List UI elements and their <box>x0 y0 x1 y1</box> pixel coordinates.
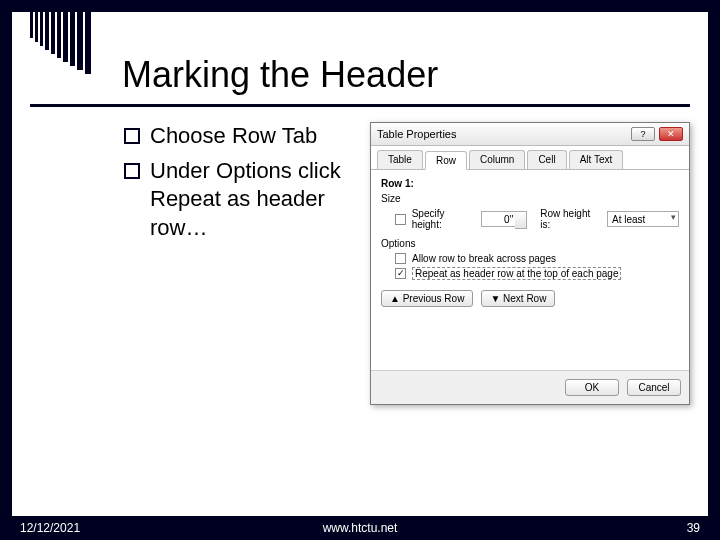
slide-title: Marking the Header <box>122 54 438 96</box>
size-group: Size Specify height: 0" Row height is: A… <box>381 193 679 230</box>
row-indicator: Row 1: <box>381 178 679 189</box>
allow-break-checkbox[interactable] <box>395 253 406 264</box>
options-group: Options Allow row to break across pages … <box>381 238 679 280</box>
tab-pane-row: Row 1: Size Specify height: 0" Row heigh… <box>371 170 689 370</box>
footer-page: 39 <box>687 521 700 535</box>
tab-cell[interactable]: Cell <box>527 150 566 169</box>
bullet-item: Under Options click Repeat as header row… <box>122 157 352 243</box>
footer-date: 12/12/2021 <box>20 521 80 535</box>
table-properties-dialog: Table Properties ? ✕ Table Row Column Ce… <box>370 122 690 405</box>
dialog-tabs: Table Row Column Cell Alt Text <box>371 146 689 170</box>
dialog-footer: OK Cancel <box>371 370 689 404</box>
row-height-is-combo[interactable]: At least <box>607 211 679 227</box>
previous-row-button[interactable]: ▲ Previous Row <box>381 290 473 307</box>
ok-button[interactable]: OK <box>565 379 619 396</box>
options-label: Options <box>381 238 679 249</box>
specify-height-spinner[interactable]: 0" <box>481 211 516 227</box>
dialog-titlebar[interactable]: Table Properties ? ✕ <box>371 123 689 146</box>
footer-url: www.htctu.net <box>323 521 398 535</box>
repeat-header-checkbox[interactable]: ✓ <box>395 268 406 279</box>
cancel-button[interactable]: Cancel <box>627 379 681 396</box>
tab-row[interactable]: Row <box>425 151 467 170</box>
bullet-list: Choose Row Tab Under Options click Repea… <box>122 122 352 242</box>
slide-canvas: Marking the Header Choose Row Tab Under … <box>12 12 708 516</box>
slide-footer: 12/12/2021 www.htctu.net 39 <box>0 516 720 540</box>
title-divider <box>30 104 690 107</box>
close-button[interactable]: ✕ <box>659 127 683 141</box>
slide-body: Choose Row Tab Under Options click Repea… <box>122 122 690 476</box>
specify-height-label: Specify height: <box>412 208 475 230</box>
tab-table[interactable]: Table <box>377 150 423 169</box>
tab-alt-text[interactable]: Alt Text <box>569 150 624 169</box>
tab-column[interactable]: Column <box>469 150 525 169</box>
allow-break-label: Allow row to break across pages <box>412 253 556 264</box>
row-height-is-label: Row height is: <box>540 208 601 230</box>
repeat-header-label: Repeat as header row at the top of each … <box>412 267 621 280</box>
size-label: Size <box>381 193 679 204</box>
next-row-button[interactable]: ▼ Next Row <box>481 290 555 307</box>
help-button[interactable]: ? <box>631 127 655 141</box>
dialog-title: Table Properties <box>377 128 457 140</box>
decorative-bars <box>30 12 91 74</box>
specify-height-checkbox[interactable] <box>395 214 406 225</box>
bullet-item: Choose Row Tab <box>122 122 352 151</box>
